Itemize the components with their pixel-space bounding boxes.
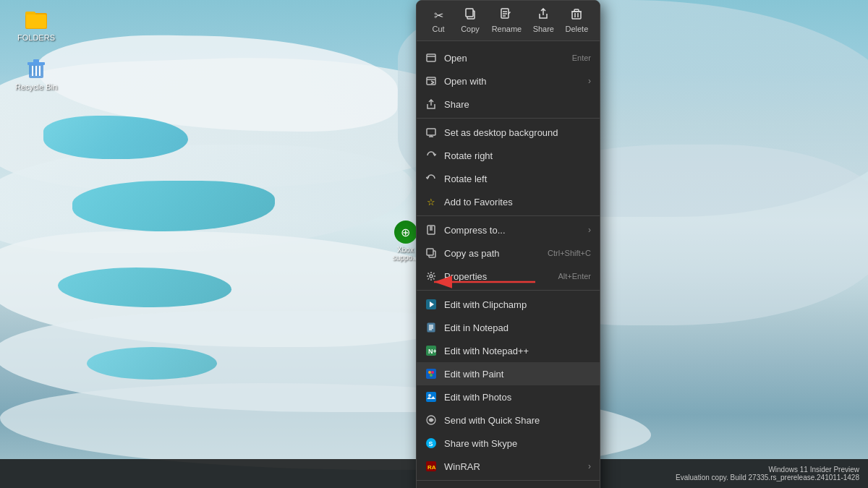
edit-notepadpp-item[interactable]: N+ Edit with Notepad++ [417,339,600,362]
properties-shortcut: Alt+Enter [558,272,591,281]
copy-icon [464,8,476,22]
share-menu-icon [425,98,437,110]
taskbar-line2: Evaluation copy. Build 27335.rs_prerelea… [676,474,859,481]
rename-button[interactable]: Rename [486,5,527,36]
open-label: Open [444,53,565,64]
edit-photos-label: Edit with Photos [444,392,591,403]
svg-rect-17 [574,9,579,12]
svg-point-46 [428,371,431,374]
menu-section-2: Set as desktop background Rotate right [417,119,600,216]
share-label: Share [533,25,554,33]
rotate-left-icon [425,173,437,184]
cut-icon: ✂ [434,9,443,22]
svg-rect-38 [427,323,435,332]
rotate-left-label: Rotate left [444,174,591,184]
svg-rect-2 [26,14,46,28]
share-skype-label: Share with Skype [444,438,591,449]
folders-icon[interactable]: FOLDERS [11,7,61,42]
copy-path-item[interactable]: Copy as path Ctrl+Shift+C [417,241,600,265]
more-options-item[interactable]: Show more options [417,483,600,488]
rotate-left-item[interactable]: Rotate left [417,167,600,190]
skype-icon: S [425,437,437,449]
add-favorites-item[interactable]: ☆ Add to Favorites [417,190,600,213]
folders-label: FOLDERS [17,33,55,42]
share-skype-item[interactable]: S Share with Skype [417,432,600,455]
delete-label: Delete [565,25,588,33]
quick-share-icon [425,414,437,426]
edit-photos-item[interactable]: Edit with Photos [417,385,600,408]
svg-point-48 [430,374,433,377]
open-with-item[interactable]: Open with › [417,69,600,93]
svg-rect-26 [427,129,435,135]
send-quick-item[interactable]: Send with Quick Share [417,408,600,432]
set-desktop-icon [425,127,437,138]
svg-point-47 [431,371,434,374]
svg-rect-10 [466,9,473,17]
rename-icon [501,8,512,22]
rotate-right-item[interactable]: Rotate right [417,144,600,167]
cut-button[interactable]: ✂ Cut [422,6,454,36]
menu-section-1: Open Enter Open with › [417,44,600,119]
open-icon [425,52,437,64]
svg-text:RAR: RAR [427,464,436,471]
recycle-bin-icon[interactable]: Recycle Bin [11,56,61,91]
svg-text:S: S [429,440,433,448]
winrar-arrow: › [588,461,591,471]
svg-rect-34 [427,249,433,255]
share-menu-label: Share [444,99,591,110]
menu-section-3: Compress to... › Copy as path Ctrl+Shift… [417,216,600,291]
svg-text:N+: N+ [428,348,436,355]
properties-icon [425,270,437,282]
desktop-icons: FOLDERS Recycle Bin [11,7,61,91]
taskbar-line1: Windows 11 Insider Preview [676,466,859,474]
share-item[interactable]: Share [417,93,600,116]
set-desktop-label: Set as desktop background [444,127,591,138]
edit-paint-item[interactable]: Edit with Paint [417,362,600,385]
rename-label: Rename [492,25,522,33]
add-favorites-label: Add to Favorites [444,197,591,207]
svg-point-52 [430,419,433,421]
properties-label: Properties [444,271,550,282]
open-with-arrow: › [588,76,591,86]
properties-item[interactable]: Properties Alt+Enter [417,265,600,288]
edit-notepad-label: Edit in Notepad [444,322,591,333]
compress-arrow: › [588,225,591,235]
share-icon [537,8,549,22]
clipchamp-icon [425,299,437,310]
rotate-right-icon [425,150,437,161]
svg-line-25 [431,82,434,84]
svg-point-35 [430,275,433,278]
copy-path-shortcut: Ctrl+Shift+C [548,249,591,257]
favorites-icon: ☆ [425,196,437,207]
open-with-label: Open with [444,76,581,87]
copy-button[interactable]: Copy [454,5,486,36]
menu-section-5: Show more options [417,481,600,488]
winrar-label: WinRAR [444,461,581,472]
delete-button[interactable]: Delete [560,5,594,36]
compress-item[interactable]: Compress to... › [417,218,600,241]
copy-label: Copy [461,25,480,33]
notepadpp-icon: N+ [425,345,437,356]
notepad-icon [425,322,437,333]
open-item[interactable]: Open Enter [417,46,600,69]
set-desktop-item[interactable]: Set as desktop background [417,121,600,144]
recycle-bin-label: Recycle Bin [15,82,57,91]
edit-clipchamp-item[interactable]: Edit with Clipchamp [417,293,600,316]
svg-rect-15 [572,12,581,19]
share-button[interactable]: Share [527,5,560,36]
delete-icon [571,8,582,22]
winrar-icon: RAR [425,461,437,472]
edit-clipchamp-label: Edit with Clipchamp [444,299,591,310]
copy-path-icon [425,247,437,259]
svg-point-50 [428,394,431,397]
svg-rect-20 [427,54,435,61]
winrar-item[interactable]: RAR WinRAR › [417,455,600,478]
context-menu: ✂ Cut Copy Rename [416,0,600,488]
open-shortcut: Enter [572,53,591,62]
edit-notepad-item[interactable]: Edit in Notepad [417,316,600,339]
svg-rect-49 [426,392,436,402]
edit-notepadpp-label: Edit with Notepad++ [444,346,591,356]
photos-icon [425,391,437,403]
copy-path-label: Copy as path [444,248,540,259]
send-quick-label: Send with Quick Share [444,415,591,426]
